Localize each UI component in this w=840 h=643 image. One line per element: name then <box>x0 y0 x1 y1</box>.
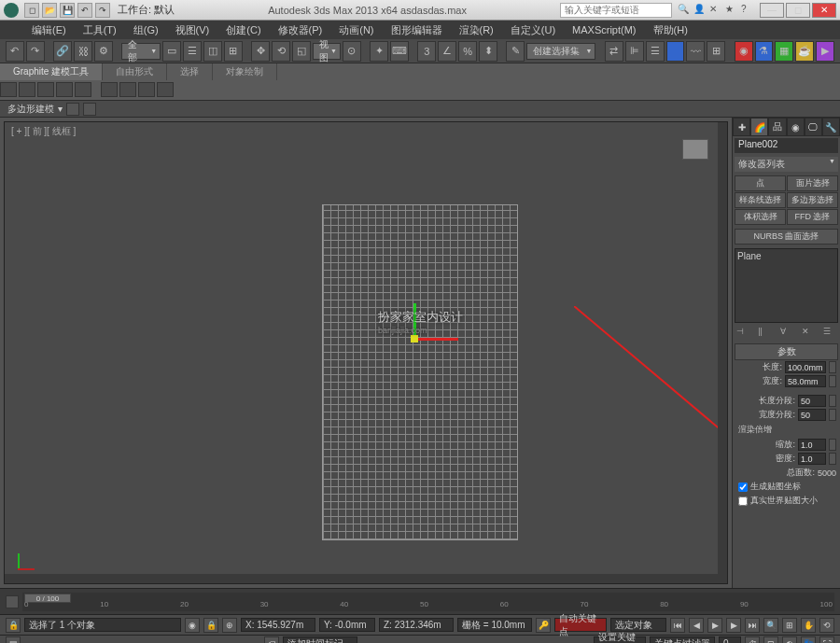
maximize-button[interactable]: ◻ <box>786 3 810 18</box>
favorite-icon[interactable]: ★ <box>725 4 738 17</box>
play-next-icon[interactable]: ▶ <box>726 618 741 633</box>
play-prev-icon[interactable]: ◀ <box>689 618 704 633</box>
key-mode-icon[interactable]: 🔑 <box>536 618 551 633</box>
menu-modifiers[interactable]: 修改器(P) <box>271 21 330 39</box>
render-button[interactable]: ☕ <box>795 41 814 62</box>
ribbon-btn-1[interactable] <box>0 82 17 97</box>
nav-walk-icon[interactable]: 👣 <box>801 636 816 644</box>
gizmo-x-axis[interactable] <box>413 338 458 341</box>
spinner-snap-button[interactable]: ⬍ <box>479 41 497 62</box>
poly-mini-2[interactable] <box>83 103 96 116</box>
ribbon-tab-paint[interactable]: 对象绘制 <box>213 63 277 80</box>
select-region-button[interactable]: ◫ <box>203 41 222 62</box>
real-world-checkbox[interactable] <box>738 496 748 506</box>
keyboard-button[interactable]: ⌨ <box>390 41 409 62</box>
close-button[interactable]: ✕ <box>812 3 836 18</box>
nav-zoom-icon[interactable]: 🔍 <box>763 618 778 633</box>
menu-tools[interactable]: 工具(T) <box>76 21 124 39</box>
bind-button[interactable]: ⚙ <box>94 41 113 62</box>
rotate-button[interactable]: ⟲ <box>272 41 290 62</box>
window-crossing-button[interactable]: ⊞ <box>224 41 243 62</box>
utilities-tab-icon[interactable]: 🔧 <box>822 118 840 136</box>
nav-zoom-ext-icon[interactable]: ⊡ <box>763 636 778 644</box>
width-spinner[interactable]: 58.0mm <box>785 375 826 387</box>
scale-spin-buttons[interactable] <box>829 439 836 451</box>
open-icon[interactable]: 📂 <box>42 3 57 18</box>
ribbon-btn-7[interactable] <box>119 82 136 97</box>
sel-spline-button[interactable]: 样条线选择 <box>735 192 786 208</box>
modifier-list-dropdown[interactable]: 修改器列表 <box>735 157 838 172</box>
nav-pan-icon[interactable]: ✋ <box>801 618 816 633</box>
remove-mod-icon[interactable]: ✕ <box>802 327 815 340</box>
time-tag-icon[interactable]: 🏷 <box>264 636 279 644</box>
length-spin-buttons[interactable] <box>829 361 836 373</box>
coord-x[interactable]: X: 1545.927m <box>241 618 315 632</box>
current-frame-field[interactable]: 0 <box>719 636 741 643</box>
viewport-scrollbar-h[interactable] <box>5 574 718 583</box>
mirror-button[interactable]: ⇄ <box>605 41 623 62</box>
pivot-button[interactable]: ⊙ <box>343 41 361 62</box>
stack-item-plane[interactable]: Plane <box>737 251 835 261</box>
time-slider[interactable]: 0 / 100 0 10 20 30 40 50 60 70 80 90 100 <box>22 593 834 611</box>
menu-edit[interactable]: 编辑(E) <box>24 21 74 39</box>
new-icon[interactable]: ◻ <box>24 3 39 18</box>
viewport-label[interactable]: [ + ][ 前 ][ 线框 ] <box>11 125 76 138</box>
coord-y[interactable]: Y: -0.0mm <box>319 618 375 632</box>
show-result-icon[interactable]: || <box>758 327 771 340</box>
key-filters-button[interactable]: 关键点过滤器 <box>650 636 715 643</box>
sel-poly-button[interactable]: 多边形选择 <box>787 192 838 208</box>
menu-views[interactable]: 视图(V) <box>168 21 217 39</box>
select-name-button[interactable]: ☰ <box>183 41 202 62</box>
workspace-selector[interactable]: 工作台: 默认 <box>118 3 175 17</box>
params-rollout-header[interactable]: 参数 <box>735 343 838 360</box>
ribbon-btn-8[interactable] <box>138 82 155 97</box>
ribbon-tab-graphite[interactable]: Graphite 建模工具 <box>0 63 103 80</box>
timeline-config-icon[interactable] <box>6 595 19 608</box>
ribbon-btn-4[interactable] <box>56 82 73 97</box>
lseg-spinner[interactable]: 50 <box>798 395 826 407</box>
nav-zoom-all-icon[interactable]: ⊞ <box>782 618 797 633</box>
wseg-spinner[interactable]: 50 <box>798 409 826 421</box>
nav-max-icon[interactable]: ⛶ <box>819 636 834 644</box>
selection-lock-icon[interactable]: 🔒 <box>203 618 218 633</box>
selection-filter[interactable]: 全部 <box>121 43 161 60</box>
ribbon-btn-3[interactable] <box>37 82 54 97</box>
app-logo-icon[interactable] <box>4 3 19 18</box>
nav-orbit-icon[interactable]: ⟲ <box>819 618 834 633</box>
hierarchy-tab-icon[interactable]: 品 <box>768 118 786 136</box>
link-button[interactable]: 🔗 <box>53 41 72 62</box>
add-time-tag[interactable]: 添加时间标记 <box>283 636 357 643</box>
setkey-button[interactable]: 设置关键点 <box>594 636 646 643</box>
lock-icon[interactable]: 🔒 <box>6 618 21 633</box>
scale-spinner[interactable]: 1.0 <box>798 439 826 451</box>
sel-ffd-button[interactable]: FFD 选择 <box>787 209 838 225</box>
sel-nurbs-button[interactable]: NURBS 曲面选择 <box>735 229 838 245</box>
unlink-button[interactable]: ⛓ <box>74 41 92 62</box>
poly-mini-1[interactable] <box>66 103 79 116</box>
angle-snap-button[interactable]: ∠ <box>438 41 456 62</box>
chevron-down-icon[interactable]: ▾ <box>58 104 63 114</box>
menu-graph[interactable]: 图形编辑器 <box>384 21 450 39</box>
material-button[interactable]: ◉ <box>735 41 753 62</box>
play-icon[interactable]: ▶ <box>707 618 722 633</box>
configure-icon[interactable]: ☰ <box>823 327 836 340</box>
menu-customize[interactable]: 自定义(U) <box>503 21 563 39</box>
pin-stack-icon[interactable]: ⊣ <box>736 327 749 340</box>
modify-tab-icon[interactable]: 🌈 <box>750 118 768 136</box>
exchange-icon[interactable]: ✕ <box>709 4 722 17</box>
graphite-button[interactable] <box>666 41 685 62</box>
display-tab-icon[interactable]: 🖵 <box>805 118 822 136</box>
align-button[interactable]: ⊫ <box>625 41 644 62</box>
sel-vertex-button[interactable]: 点 <box>735 175 786 191</box>
motion-tab-icon[interactable]: ◉ <box>787 118 805 136</box>
menu-group[interactable]: 组(G) <box>126 21 166 39</box>
gizmo-origin[interactable] <box>411 335 418 342</box>
isolate-icon[interactable]: ◉ <box>185 618 200 633</box>
undo-button[interactable]: ↶ <box>6 41 24 62</box>
create-tab-icon[interactable]: ✚ <box>733 118 750 136</box>
minimize-button[interactable]: — <box>760 3 784 18</box>
search-icon[interactable]: 🔍 <box>678 4 691 17</box>
play-end-icon[interactable]: ⏭ <box>745 618 760 633</box>
nav-fov-icon[interactable]: ◐ <box>782 636 797 644</box>
render-frame-button[interactable]: ▦ <box>775 41 793 62</box>
